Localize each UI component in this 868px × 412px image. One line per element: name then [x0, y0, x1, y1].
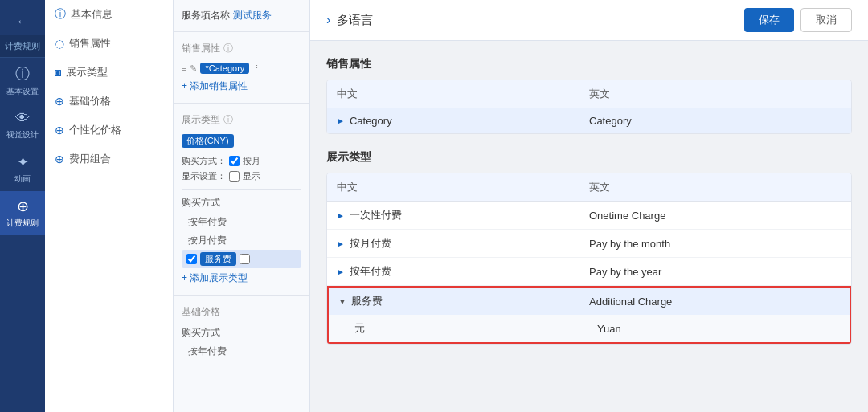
nav-item-personal-price[interactable]: ⊕ 个性化价格	[45, 116, 173, 145]
cancel-button[interactable]: 取消	[800, 8, 852, 32]
table-row[interactable]: ► 按年付费 Pay by the year	[327, 258, 851, 286]
purchase-method-label: 购买方式：	[182, 155, 226, 167]
back-button[interactable]: ←	[0, 8, 45, 35]
nav-label-personal-price: 个性化价格	[69, 123, 121, 137]
monthly-fee-label: 按月付费	[182, 234, 227, 247]
header-right: 保存 取消	[744, 8, 852, 32]
display-row2-en: Pay by the month	[589, 238, 841, 250]
display-row3-zh: ► 按年付费	[337, 264, 589, 279]
display-table-header: 中文 英文	[327, 173, 851, 202]
sales-table-header: 中文 英文	[327, 80, 851, 108]
nav-label-base-price: 基础价格	[69, 94, 111, 108]
expand-icon-3[interactable]: ►	[337, 267, 345, 276]
display-table: 中文 英文 ► 一次性付费 Onetime Charge ► 按月付费	[326, 173, 852, 345]
purchase-method-check-label: 按月	[243, 155, 260, 167]
base-price-title: 基础价格	[182, 305, 301, 319]
main-body: 销售属性 中文 英文 ► Category Category 展示类型 中文 英…	[310, 41, 868, 412]
display-settings-label: 显示设置：	[182, 170, 226, 182]
yuan-en: Yuan	[597, 323, 840, 335]
base-price-purchase-label: 购买方式	[182, 326, 220, 340]
sidebar-item-basic[interactable]: ⓘ 基本设置	[0, 58, 45, 104]
yuan-zh: 元	[354, 321, 597, 336]
sales-row-en: Category	[589, 115, 841, 127]
annual-fee-row: 按年付费	[182, 213, 301, 231]
display-col-en: 英文	[589, 180, 841, 194]
nav-icon-personal: ⊕	[55, 124, 64, 137]
display-col-zh: 中文	[337, 180, 589, 194]
nav-icon-base-price: ⊕	[55, 95, 64, 108]
yuan-row[interactable]: 元 Yuan	[329, 315, 850, 342]
nav-icon-fee: ⊕	[55, 153, 64, 165]
base-price-purchase-row: 购买方式	[182, 324, 301, 342]
annual-fee-label: 按年付费	[182, 215, 227, 229]
drag-icon: ≡	[182, 63, 186, 73]
service-fee-check2[interactable]	[240, 254, 250, 264]
display-type-section: 展示类型 ⓘ 价格(CNY) 购买方式： 按月 显示设置： 显示 购买方式 按年…	[174, 107, 309, 292]
display-row1-en: Onetime Charge	[589, 210, 841, 222]
nav-icon-sales: ◌	[55, 37, 64, 50]
sales-col-zh: 中文	[337, 87, 589, 101]
main-content: › 多语言 保存 取消 销售属性 中文 英文 ► Category Catego…	[310, 0, 868, 412]
sales-col-en: 英文	[589, 87, 841, 101]
sidebar-item-visual[interactable]: 👁 视觉设计	[0, 104, 45, 147]
main-header: › 多语言 保存 取消	[310, 0, 868, 41]
service-fee-group: ▼ 服务费 Additional Charge 元 Yuan	[327, 286, 851, 344]
add-sales-attr-link[interactable]: + 添加销售属性	[182, 76, 301, 96]
expand-icon-2[interactable]: ►	[337, 239, 345, 248]
nav-panel: ⓘ 基本信息 ◌ 销售属性 ◙ 展示类型 ⊕ 基础价格 ⊕ 个性化价格 ⊕ 费用…	[45, 0, 174, 412]
category-tag[interactable]: *Category	[200, 63, 249, 74]
display-settings-check[interactable]	[229, 171, 240, 182]
nav-item-fee-combo[interactable]: ⊕ 费用组合	[45, 145, 173, 173]
service-fee-en: Additional Charge	[589, 296, 840, 308]
service-tag[interactable]: 服务费	[200, 252, 236, 266]
edit-icon: ✎	[190, 63, 197, 74]
sidebar-item-animation[interactable]: ✦ 动画	[0, 147, 45, 191]
display-section-title: 展示类型	[326, 150, 852, 165]
sidebar-item-billing[interactable]: ⊕ 计费规则	[0, 191, 45, 235]
display-row1-zh: ► 一次性付费	[337, 208, 589, 222]
nav-item-sales-attr[interactable]: ◌ 销售属性	[45, 29, 173, 58]
nav-item-display-type[interactable]: ◙ 展示类型	[45, 58, 173, 87]
sales-attr-section: 销售属性 ⓘ ≡ ✎ *Category ⋮ + 添加销售属性	[174, 35, 309, 100]
save-button[interactable]: 保存	[744, 8, 794, 32]
price-tag[interactable]: 价格(CNY)	[182, 134, 234, 148]
service-fee-row[interactable]: ▼ 服务费 Additional Charge	[329, 288, 850, 315]
nav-label-display-type: 展示类型	[66, 65, 108, 80]
expand-icon-down[interactable]: ▼	[338, 297, 346, 306]
sidebar-label-animation: 动画	[14, 173, 31, 185]
service-fee-row[interactable]: 服务费	[182, 250, 301, 268]
billing-icon: ⊕	[17, 198, 29, 215]
display-row2-zh: ► 按月付费	[337, 236, 589, 251]
breadcrumb-icon: ›	[326, 13, 330, 27]
display-settings-check-label: 显示	[243, 170, 260, 182]
table-row[interactable]: ► Category Category	[327, 108, 851, 133]
nav-item-base-price[interactable]: ⊕ 基础价格	[45, 87, 173, 116]
sidebar-label-billing: 计费规则	[6, 218, 39, 229]
service-fee-check[interactable]	[186, 254, 197, 264]
nav-item-basic-info[interactable]: ⓘ 基本信息	[45, 0, 173, 29]
service-fee-zh: ▼ 服务费	[338, 294, 589, 308]
monthly-fee-row: 按月付费	[182, 231, 301, 250]
purchase-method-check[interactable]	[229, 156, 240, 166]
service-name-section: 服务项名称 测试服务	[174, 0, 309, 28]
base-price-annual-row: 按年付费	[182, 342, 301, 361]
nav-label-fee-combo: 费用组合	[69, 152, 111, 166]
nav-icon-display: ◙	[55, 66, 61, 79]
nav-label-basic-info: 基本信息	[71, 7, 113, 22]
expand-icon-1[interactable]: ►	[337, 211, 345, 220]
table-row[interactable]: ► 一次性付费 Onetime Charge	[327, 202, 851, 230]
sidebar-label-visual: 视觉设计	[6, 129, 39, 141]
category-menu-icon[interactable]: ⋮	[252, 63, 261, 74]
purchase-option-row: 购买方式	[182, 193, 301, 213]
header-left: › 多语言	[326, 13, 373, 28]
add-display-type-link[interactable]: + 添加展示类型	[182, 268, 301, 288]
sidebar-title: 计费规则	[0, 35, 45, 58]
display-settings-row: 显示设置： 显示	[182, 169, 301, 184]
table-row[interactable]: ► 按月付费 Pay by the month	[327, 230, 851, 258]
expand-icon[interactable]: ►	[337, 116, 345, 125]
sales-row-zh: ► Category	[337, 115, 589, 127]
basic-icon: ⓘ	[15, 64, 30, 84]
service-name-label: 服务项名称	[182, 9, 230, 22]
display-type-info-icon: ⓘ	[223, 113, 233, 127]
sales-table: 中文 英文 ► Category Category	[326, 80, 852, 134]
